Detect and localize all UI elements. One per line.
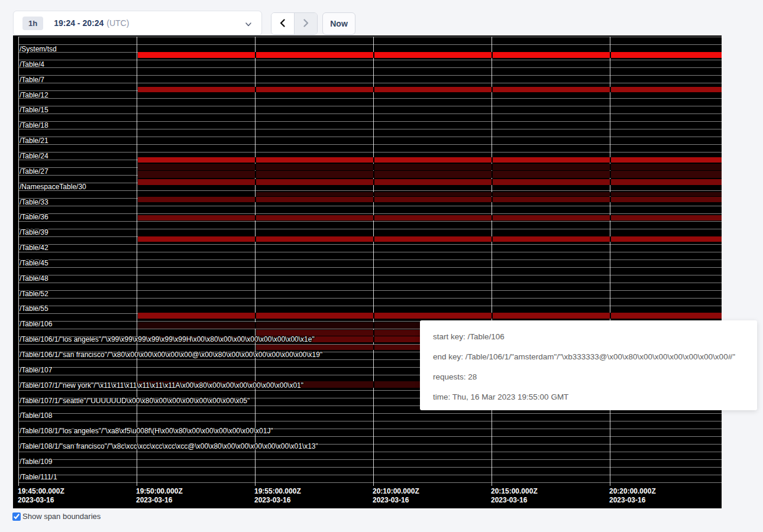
span-key-label: /Table/27	[20, 167, 49, 176]
span-boundary-line	[18, 113, 722, 114]
span-boundary-line	[18, 467, 722, 468]
band-column-gap	[610, 192, 611, 196]
time-gridline	[373, 37, 374, 486]
x-axis-time-label: 19:55:00.000Z	[254, 487, 301, 495]
tooltip-time: time: Thu, 16 Mar 2023 19:55:00 GMT	[433, 391, 757, 411]
band-column-gap	[373, 215, 374, 220]
key-visualizer-heatmap[interactable]: start key: /Table/106 end key: /Table/10…	[13, 35, 722, 508]
span-boundary-line	[18, 137, 722, 137]
span-boundary-line	[18, 267, 722, 268]
span-key-label: /Table/4	[20, 60, 44, 69]
heat-band	[138, 236, 722, 242]
time-gridline	[18, 37, 19, 486]
heat-band	[138, 313, 722, 319]
toolbar: 1h 19:24 - 20:24 (UTC) Now	[0, 0, 763, 35]
span-boundary-line	[18, 436, 722, 437]
heat-band	[138, 197, 722, 202]
band-column-gap	[492, 52, 493, 58]
span-boundary-line	[18, 221, 722, 222]
span-key-label: /NamespaceTable/30	[20, 183, 86, 191]
x-axis-date-label: 2023-03-16	[373, 496, 409, 504]
band-column-gap	[373, 322, 374, 329]
span-boundary-line	[18, 229, 722, 229]
span-boundary-line	[18, 129, 722, 129]
span-key-label: /Table/48	[20, 274, 49, 283]
x-axis-time-label: 19:50:00.000Z	[136, 487, 183, 495]
band-column-gap	[255, 171, 256, 178]
span-boundary-line	[18, 283, 722, 283]
now-button[interactable]: Now	[322, 12, 355, 35]
band-column-gap	[610, 87, 611, 92]
tooltip-requests: requests: 28	[433, 371, 757, 391]
chevron-down-icon	[245, 20, 252, 30]
time-range-badge: 1h	[22, 17, 43, 30]
span-boundary-line	[18, 244, 722, 245]
span-boundary-line	[18, 275, 722, 275]
span-key-label: /Table/21	[20, 137, 49, 145]
band-column-gap	[492, 164, 493, 170]
hover-tooltip: start key: /Table/106 end key: /Table/10…	[420, 320, 757, 410]
span-boundary-line	[18, 98, 722, 99]
time-gridline	[255, 37, 256, 486]
band-column-gap	[255, 52, 256, 58]
span-key-label: /Table/106/1/"los angeles"/"\x99\x99\x99…	[20, 335, 315, 343]
band-column-gap	[373, 157, 374, 163]
span-key-label: /Table/45	[20, 259, 49, 267]
span-key-label: /Table/107/1/"new york"/"\x11\x11\x11\x1…	[20, 381, 303, 390]
band-column-gap	[610, 197, 611, 202]
band-column-gap	[255, 87, 256, 92]
span-boundary-line	[18, 44, 722, 45]
span-boundary-line	[18, 206, 722, 206]
band-column-gap	[373, 87, 374, 92]
band-column-gap	[373, 381, 374, 388]
heat-band	[256, 192, 722, 196]
span-key-label: /Table/55	[20, 304, 49, 313]
band-column-gap	[255, 157, 256, 163]
span-key-label: /Table/39	[20, 228, 49, 236]
band-column-gap	[255, 313, 256, 319]
band-column-gap	[492, 236, 493, 242]
band-column-gap	[255, 322, 256, 329]
span-key-label: /Table/106	[20, 320, 52, 328]
band-column-gap	[373, 52, 374, 58]
show-span-boundaries-toggle[interactable]: Show span boundaries	[12, 512, 101, 521]
time-gridline	[492, 37, 492, 486]
span-boundary-line	[18, 475, 722, 475]
x-axis-date-label: 2023-03-16	[254, 496, 290, 504]
x-axis-time-label: 19:45:00.000Z	[18, 487, 64, 495]
band-column-gap	[492, 192, 493, 196]
next-interval-button[interactable]	[295, 13, 317, 34]
span-key-label: /Table/109	[20, 458, 52, 466]
span-boundary-line	[18, 452, 722, 452]
time-range-value: 19:24 - 20:24	[54, 18, 104, 28]
span-boundary-line	[18, 75, 722, 76]
heat-band	[138, 87, 722, 92]
span-key-label: /Table/107	[20, 366, 52, 374]
x-axis-time-label: 20:15:00.000Z	[491, 487, 538, 495]
tooltip-start-key: start key: /Table/106	[433, 331, 757, 351]
x-axis-date-label: 2023-03-16	[136, 496, 172, 504]
time-range-select[interactable]: 1h 19:24 - 20:24 (UTC)	[13, 11, 262, 35]
span-key-label: /Table/108	[20, 411, 52, 420]
prev-interval-button[interactable]	[271, 13, 294, 34]
span-boundary-line	[18, 413, 722, 414]
band-column-gap	[610, 236, 611, 242]
time-gridline	[610, 37, 610, 486]
show-span-boundaries-checkbox[interactable]	[12, 512, 21, 521]
time-range-zone: (UTC)	[106, 18, 129, 28]
time-gridline	[137, 37, 137, 486]
span-boundary-line	[18, 121, 722, 122]
band-column-gap	[373, 336, 374, 342]
span-boundary-line	[18, 144, 722, 145]
span-boundary-line	[18, 482, 722, 483]
span-boundary-line	[18, 83, 722, 83]
band-column-gap	[610, 179, 611, 185]
x-axis-time-label: 20:20:00.000Z	[609, 487, 656, 495]
band-column-gap	[373, 345, 374, 350]
band-column-gap	[492, 197, 493, 202]
span-boundary-line	[18, 67, 722, 68]
band-column-gap	[255, 215, 256, 220]
band-column-gap	[373, 330, 374, 336]
time-nav-group	[271, 12, 318, 35]
band-column-gap	[492, 215, 493, 220]
